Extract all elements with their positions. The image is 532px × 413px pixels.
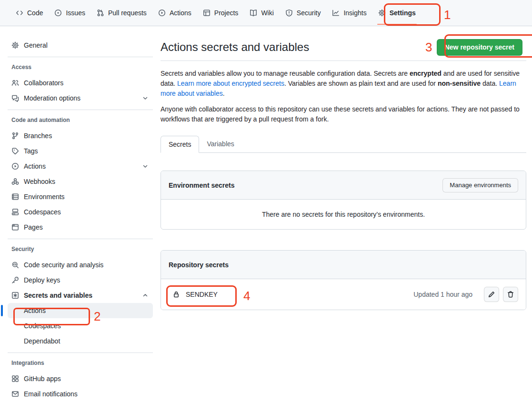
tab-wiki-label: Wiki [261, 9, 273, 17]
sidebar-item-label: Email notifications [24, 390, 78, 398]
play-icon [158, 9, 166, 17]
sidebar-subitem-codespaces[interactable]: Codespaces [8, 318, 153, 333]
sidebar-item-webhooks[interactable]: Webhooks [8, 174, 153, 189]
sidebar-item-environments[interactable]: Environments [8, 189, 153, 204]
manage-environments-button[interactable]: Manage environments [442, 178, 518, 192]
description-text: . Variables are shown as plain text and … [284, 80, 438, 87]
description-text: . [223, 90, 225, 97]
sidebar-item-label: Codespaces [24, 322, 61, 330]
sidebar-item-label: Moderation options [24, 94, 137, 102]
tab-pull-requests[interactable]: Pull requests [91, 0, 152, 26]
sidebar-item-label: Collaborators [24, 79, 63, 87]
sidebar-item-label: Webhooks [24, 178, 55, 185]
tab-settings[interactable]: Settings [372, 0, 422, 26]
main-content: Actions secrets and variables New reposi… [161, 26, 526, 310]
sidebar-item-label: Environments [24, 193, 65, 201]
tab-security-label: Security [297, 9, 321, 17]
edit-secret-button[interactable] [484, 287, 499, 302]
sidebar-section-security: Security [8, 246, 153, 252]
trash-icon [507, 291, 514, 298]
sidebar-subitem-actions[interactable]: Actions [8, 303, 153, 318]
description-text: data. [481, 80, 499, 87]
sidebar-item-label: Code security and analysis [24, 261, 103, 269]
sidebar-item-codespaces[interactable]: Codespaces [8, 204, 153, 220]
pencil-icon [488, 291, 495, 298]
description-bold-encrypted: encrypted [410, 70, 442, 77]
browser-icon [11, 223, 19, 231]
sidebar-item-label: Deploy keys [24, 276, 60, 284]
tab-code[interactable]: Code [10, 0, 49, 26]
link-learn-more-encrypted-secrets[interactable]: Learn more about encrypted secrets [177, 80, 284, 87]
tab-insights[interactable]: Insights [326, 0, 372, 26]
tag-icon [11, 147, 19, 155]
tab-issues-label: Issues [66, 9, 85, 17]
settings-sidebar: General Access Collaborators Moderation … [0, 26, 161, 402]
secret-updated-timestamp: Updated 1 hour ago [413, 291, 472, 298]
tab-actions-label: Actions [170, 9, 191, 17]
sidebar-item-branches[interactable]: Branches [8, 128, 153, 143]
sidebar-divider [8, 57, 153, 57]
tab-security[interactable]: Security [280, 0, 327, 26]
delete-secret-button[interactable] [503, 287, 518, 302]
tab-wiki[interactable]: Wiki [244, 0, 279, 26]
sidebar-section-code-automation: Code and automation [8, 117, 153, 123]
tab-variables[interactable]: Variables [199, 136, 241, 152]
sidebar-item-secrets-and-variables[interactable]: Secrets and variables [8, 288, 153, 303]
sidebar-item-code-security[interactable]: Code security and analysis [8, 257, 153, 272]
code-icon [16, 9, 23, 17]
repo-tab-nav: Code Issues Pull requests Actions Projec… [0, 0, 532, 26]
apps-icon [11, 375, 19, 383]
environment-secrets-empty-message: There are no secrets for this repository… [161, 200, 526, 229]
repository-secrets-title: Repository secrets [169, 261, 229, 269]
secrets-variables-tabbar: Secrets Variables [161, 136, 526, 153]
description-text: Secrets and variables allow you to manag… [161, 70, 410, 77]
sidebar-item-label: Codespaces [24, 208, 61, 216]
sidebar-item-github-apps[interactable]: GitHub apps [8, 371, 153, 386]
sidebar-section-access: Access [8, 64, 153, 71]
git-pull-request-icon [97, 9, 104, 17]
webhook-icon [11, 178, 19, 185]
tab-projects-label: Projects [214, 9, 239, 17]
sidebar-item-deploy-keys[interactable]: Deploy keys [8, 272, 153, 288]
codespaces-icon [11, 208, 19, 216]
tab-issues[interactable]: Issues [49, 0, 90, 26]
sidebar-item-collaborators[interactable]: Collaborators [8, 75, 153, 91]
sidebar-item-label: Tags [24, 147, 38, 155]
heading-divider [161, 60, 526, 61]
tab-secrets[interactable]: Secrets [161, 136, 199, 153]
tab-settings-label: Settings [390, 9, 416, 17]
chevron-up-icon [141, 292, 149, 299]
server-icon [11, 193, 19, 201]
secret-row-sendkey: SENDKEY Updated 1 hour ago [161, 279, 526, 310]
sidebar-item-email-notifications[interactable]: Email notifications [8, 386, 153, 402]
table-icon [203, 9, 211, 17]
sidebar-divider [8, 353, 153, 353]
description-bold-non-sensitive: non-sensitive [438, 80, 481, 87]
sidebar-item-label: Pages [24, 223, 43, 231]
lock-icon [172, 291, 180, 298]
sidebar-subitem-dependabot[interactable]: Dependabot [8, 333, 153, 349]
asterisk-box-icon [11, 292, 19, 299]
tab-projects[interactable]: Projects [197, 0, 244, 26]
chevron-down-icon [141, 94, 149, 102]
sidebar-divider [8, 239, 153, 239]
graph-icon [332, 9, 340, 17]
tab-pull-requests-label: Pull requests [108, 9, 147, 17]
sidebar-item-moderation-options[interactable]: Moderation options [8, 91, 153, 106]
active-item-accent-bar [1, 305, 3, 316]
mail-icon [11, 390, 19, 398]
access-paragraph: Anyone with collaborator access to this … [161, 104, 523, 124]
sidebar-item-tags[interactable]: Tags [8, 143, 153, 159]
tab-actions[interactable]: Actions [152, 0, 197, 26]
environment-secrets-title: Environment secrets [169, 181, 235, 189]
sidebar-item-general[interactable]: General [8, 38, 153, 53]
chevron-down-icon [141, 162, 149, 170]
environment-secrets-box: Environment secrets Manage environments … [161, 171, 526, 230]
gear-icon [378, 9, 386, 17]
play-icon [11, 162, 19, 170]
sidebar-item-label: Secrets and variables [24, 292, 137, 299]
repository-secrets-box: Repository secrets SENDKEY Updated 1 hou… [161, 250, 526, 310]
new-repository-secret-button[interactable]: New repository secret [437, 39, 522, 56]
sidebar-item-actions[interactable]: Actions [8, 159, 153, 174]
sidebar-item-pages[interactable]: Pages [8, 220, 153, 235]
